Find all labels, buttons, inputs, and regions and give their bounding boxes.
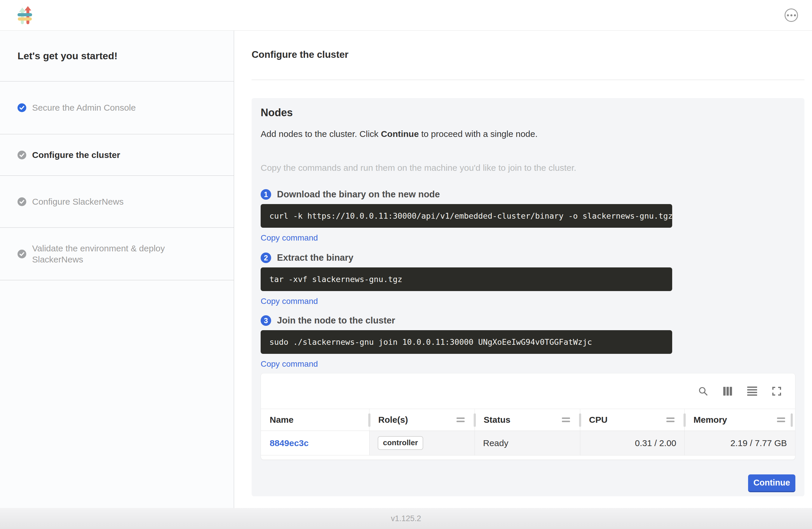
step-1-command-box: curl -k https://10.0.0.11:30000/api/v1/e… [261, 204, 672, 228]
cpu-value: 0.31 / 2.00 [635, 438, 676, 448]
node-name-link[interactable]: 8849ec3c [270, 438, 308, 448]
step-1-badge: 1 [261, 189, 271, 200]
step-2-title: Extract the binary [277, 253, 353, 263]
column-header-status[interactable]: Status [475, 409, 580, 431]
column-header-memory[interactable]: Memory [684, 409, 795, 431]
footer: v1.125.2 [0, 508, 812, 529]
role-chip: controller [378, 436, 423, 450]
step-3-copy-command-link[interactable]: Copy command [261, 359, 318, 369]
cell-roles: controller [369, 431, 475, 455]
column-menu-icon[interactable] [777, 417, 785, 422]
step-1-header: 1 Download the binary on the new node [261, 189, 795, 200]
copy-commands-instruction: Copy the commands and run them on the ma… [261, 162, 795, 173]
ellipsis-icon [787, 14, 789, 16]
column-label: CPU [589, 415, 607, 425]
setup-steps-sidebar: Let's get you started! Secure the Admin … [0, 31, 234, 508]
sidebar-item-label: Configure the cluster [32, 149, 120, 160]
step-2-copy-command-link[interactable]: Copy command [261, 297, 318, 306]
column-label: Name [270, 415, 294, 425]
step-2-header: 2 Extract the binary [261, 253, 795, 263]
step-3-command-text: sudo ./slackernews-gnu join 10.0.0.11:30… [270, 338, 592, 346]
memory-value: 2.19 / 7.77 GB [730, 438, 787, 448]
sidebar-header: Let's get you started! [0, 31, 234, 82]
check-circle-icon-complete [17, 103, 26, 112]
density-icon[interactable] [747, 387, 757, 396]
column-label: Status [484, 415, 510, 425]
search-icon[interactable] [698, 386, 708, 396]
step-1-copy-command-link[interactable]: Copy command [261, 233, 318, 243]
check-circle-icon-pending [17, 197, 26, 206]
card-actions: Continue [261, 474, 795, 492]
check-circle-icon-pending [17, 249, 26, 258]
sidebar-item-secure-admin-console[interactable]: Secure the Admin Console [0, 82, 234, 134]
step-1-command-text: curl -k https://10.0.0.11:30000/api/v1/e… [270, 211, 673, 220]
step-2-command-text: tar -xvf slackernews-gnu.tgz [270, 275, 402, 284]
fullscreen-icon[interactable] [772, 387, 781, 396]
nodes-card: Nodes Add nodes to the cluster. Click Co… [251, 98, 804, 496]
sidebar-item-label: Validate the environment & deploy Slacke… [32, 243, 184, 265]
intro-text: Add nodes to the cluster. Click [261, 129, 381, 139]
column-label: Role(s) [378, 415, 408, 425]
column-menu-icon[interactable] [456, 417, 465, 422]
intro-text: to proceed with a single node. [419, 129, 538, 139]
sidebar-item-configure-cluster[interactable]: Configure the cluster [0, 134, 234, 176]
table-header-row: Name Role(s) Status CPU [261, 409, 795, 431]
column-header-roles[interactable]: Role(s) [369, 409, 475, 431]
step-3-title: Join the node to the cluster [277, 315, 395, 326]
sidebar-title: Let's get you started! [17, 50, 117, 61]
check-circle-icon-pending [17, 151, 26, 159]
page-title: Configure the cluster [251, 49, 812, 60]
status-text: Ready [483, 438, 508, 448]
table-toolbar [261, 373, 795, 409]
intro-continue-emphasis: Continue [381, 129, 419, 139]
version-label: v1.125.2 [391, 514, 421, 523]
continue-button[interactable]: Continue [748, 474, 795, 492]
top-bar [0, 0, 812, 31]
cell-name: 8849ec3c [261, 431, 369, 455]
step-3-badge: 3 [261, 315, 271, 326]
main-content: Configure the cluster Nodes Add nodes to… [234, 31, 812, 508]
cell-cpu: 0.31 / 2.00 [580, 431, 684, 455]
column-label: Memory [694, 415, 727, 425]
sidebar-item-validate-deploy[interactable]: Validate the environment & deploy Slacke… [0, 228, 234, 280]
column-header-name[interactable]: Name [261, 409, 369, 431]
step-3-command-box: sudo ./slackernews-gnu join 10.0.0.11:30… [261, 330, 672, 354]
cell-memory: 2.19 / 7.77 GB [684, 431, 795, 455]
sidebar-item-label: Configure SlackerNews [32, 196, 124, 207]
step-3-header: 3 Join the node to the cluster [261, 315, 795, 326]
more-menu-button[interactable] [785, 9, 798, 22]
column-resize-handle[interactable] [791, 413, 793, 427]
cell-status: Ready [475, 431, 580, 455]
nodes-heading: Nodes [261, 106, 795, 119]
columns-icon[interactable] [723, 387, 732, 396]
column-menu-icon[interactable] [666, 417, 675, 422]
column-menu-icon[interactable] [562, 417, 570, 422]
step-1-title: Download the binary on the new node [277, 189, 440, 200]
column-header-cpu[interactable]: CPU [580, 409, 684, 431]
step-2-badge: 2 [261, 253, 271, 263]
step-2-command-box: tar -xvf slackernews-gnu.tgz [261, 268, 672, 291]
table-row: 8849ec3c controller Ready 0.31 / 2.00 2.… [261, 431, 795, 455]
nodes-intro: Add nodes to the cluster. Click Continue… [261, 128, 795, 140]
slackernews-logo-icon [17, 6, 32, 25]
sidebar-item-label: Secure the Admin Console [32, 102, 136, 113]
nodes-table: Name Role(s) Status CPU [261, 373, 795, 460]
sidebar-item-configure-slackernews[interactable]: Configure SlackerNews [0, 176, 234, 228]
